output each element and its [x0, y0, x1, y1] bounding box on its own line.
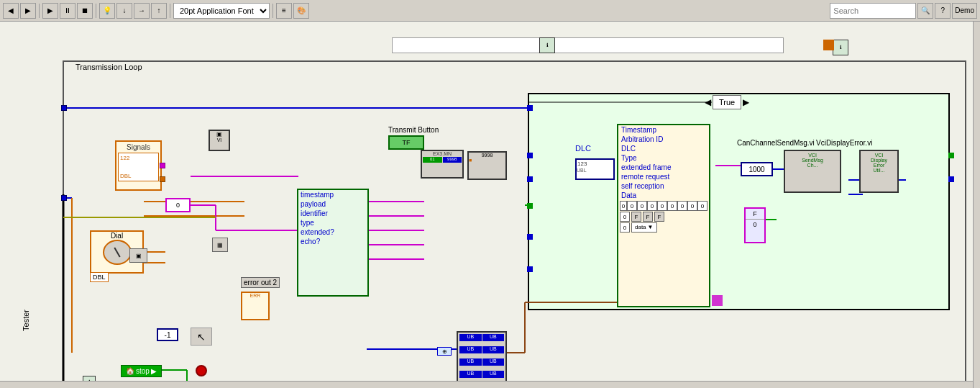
case-left-node1	[527, 153, 533, 158]
f-button-3[interactable]: F	[654, 212, 664, 222]
self-reception-field: self reception	[618, 181, 709, 191]
error-out-label: error out 2	[241, 277, 280, 288]
array-cell-4: 0	[667, 201, 677, 211]
boolean-ft-block: F 0	[744, 207, 766, 243]
pause-button[interactable]: ⏸	[60, 3, 75, 19]
array-cell-1: 0	[637, 201, 647, 211]
transmission-loop-label: Transmission Loop	[74, 63, 144, 71]
case-left-node3	[527, 203, 533, 209]
dial-label: Dial	[91, 232, 142, 240]
data-array-row2: 0 F F F	[620, 212, 707, 222]
type-field: Type	[618, 153, 709, 163]
dlc-label: DLC	[575, 144, 591, 153]
signals-output-node	[160, 163, 165, 168]
back-button[interactable]: ◀	[3, 3, 19, 19]
highlight-button[interactable]: 💡	[99, 3, 115, 19]
timestamp-field: Timestamp	[618, 125, 709, 135]
case-inner-info: ℹ	[539, 37, 555, 53]
type-cluster-field: type	[298, 218, 367, 227]
remote-request-field: remote request	[618, 172, 709, 181]
separator-3	[170, 4, 170, 18]
case-right-node1	[948, 153, 954, 158]
dial-subicon: ▣	[129, 248, 147, 263]
numeric-minus1[interactable]: -1	[157, 328, 178, 341]
stop-label: stop	[136, 367, 150, 375]
dlc-numeric-display[interactable]: 123 UBL	[575, 158, 615, 180]
array-cell-5: 0	[677, 201, 687, 211]
search-button[interactable]: 🔍	[917, 3, 933, 19]
array-cell-0: 0	[627, 201, 637, 211]
font-selector[interactable]: 20pt Application Font	[173, 3, 270, 19]
svg-rect-1	[528, 94, 949, 310]
step-over-button[interactable]: →	[134, 3, 150, 19]
signals-label: Signals	[116, 143, 160, 151]
horizontal-scrollbar[interactable]	[0, 381, 973, 388]
signals-block[interactable]: Signals 122 DBL	[115, 140, 162, 191]
data-index-label: data	[635, 222, 646, 233]
data-index-selector[interactable]: data ▼	[631, 222, 657, 233]
extended-cluster-field: extended?	[298, 227, 367, 237]
search-input[interactable]	[830, 3, 916, 19]
vertical-scrollbar[interactable]	[973, 22, 980, 388]
transmit-button-area: Transmit Button TF	[388, 126, 439, 150]
t-value: 0	[746, 220, 764, 230]
transmit-subvi-icon: EX3.MN 01 9998	[421, 150, 464, 179]
small-vi-block: ▦	[212, 238, 228, 252]
data-index-row: 0 data ▼	[620, 222, 707, 233]
transmit-button-control[interactable]: TF	[388, 135, 424, 150]
array-cells: 0 0 0 0 0 0 0 0	[627, 201, 707, 211]
cursor-icon: ↖	[191, 328, 212, 346]
text-align-button[interactable]: ≡	[276, 3, 292, 19]
stop-icon: 🏠	[126, 367, 134, 375]
array-cell-6: 0	[687, 201, 697, 211]
case-left-node4	[527, 234, 533, 240]
array-idx-0: 0	[620, 201, 627, 211]
f-value: F	[746, 209, 764, 220]
dial-control[interactable]	[103, 240, 132, 265]
loop-terminal-top	[61, 105, 67, 111]
stop-indicator	[196, 365, 207, 376]
msg-cluster: timestamp payload identifier type extend…	[297, 189, 369, 297]
stop-button[interactable]: ⏹	[77, 3, 93, 19]
step-into-button[interactable]: ↓	[116, 3, 132, 19]
cluster-pink-connector	[712, 295, 723, 306]
case-left-arrow[interactable]: ◀	[705, 97, 711, 107]
enum-selector[interactable]: 0	[165, 198, 191, 212]
dbl-indicator: DBL	[90, 272, 109, 282]
error-out-cluster: ERR	[241, 292, 270, 320]
loop-terminal-left	[61, 195, 67, 201]
stop-arrow: ▶	[151, 367, 157, 375]
case-top-node	[527, 105, 533, 111]
data-dropdown-arrow[interactable]: ▼	[648, 222, 654, 233]
array-idx-1: 0	[620, 212, 630, 222]
info-icon-top-right[interactable]: ℹ	[833, 40, 848, 55]
can-channel-send-vi[interactable]: VCISendMsgCh...	[784, 150, 841, 193]
case-value-display[interactable]: True	[713, 95, 741, 109]
stop-button-control[interactable]: 🏠 stop ▶	[121, 365, 162, 377]
vci-display-error-label: VciDisplayError.vi	[816, 139, 872, 147]
top-display-bar	[392, 37, 784, 53]
dial-indicator	[114, 248, 120, 258]
top-right-orange1	[823, 40, 834, 50]
arbitration-id-field: Arbitration ID	[618, 135, 709, 144]
f-button-2[interactable]: F	[643, 212, 653, 222]
signals-data-node	[160, 176, 165, 182]
separator-4	[273, 4, 273, 18]
case-selector-area: ◀ True ▶	[705, 95, 749, 109]
payload-cluster-field: payload	[298, 199, 367, 209]
color-button[interactable]: 🎨	[293, 3, 309, 19]
case-right-arrow[interactable]: ▶	[743, 97, 749, 107]
transmit-button-label: Transmit Button	[388, 126, 439, 134]
run-button[interactable]: ▶	[42, 3, 58, 19]
step-out-button[interactable]: ↑	[151, 3, 167, 19]
forward-button[interactable]: ▶	[20, 3, 36, 19]
demo-button[interactable]: Demo	[952, 3, 977, 19]
f-button-1[interactable]: F	[631, 212, 641, 222]
numeric-1000[interactable]: 1000	[741, 162, 773, 176]
toolbar: ◀ ▶ ▶ ⏸ ⏹ 💡 ↓ → ↑ 20pt Application Font …	[0, 0, 980, 22]
help-button[interactable]: ?	[935, 3, 951, 19]
subvi-top-icon[interactable]: ▣ VI	[209, 130, 230, 151]
vci-display-error-vi[interactable]: VCIDisplayErrorUtil...	[859, 150, 899, 193]
echo-cluster-field: echo?	[298, 237, 367, 246]
case-left-node5	[527, 266, 533, 272]
